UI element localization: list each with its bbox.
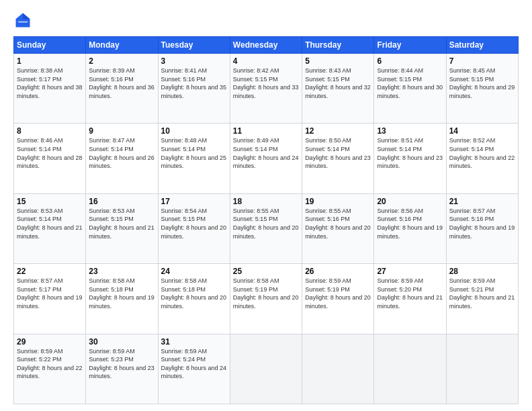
- cell-content: Sunrise: 8:58 AMSunset: 5:18 PMDaylight:…: [89, 277, 154, 310]
- calendar-cell: 16Sunrise: 8:53 AMSunset: 5:15 PMDayligh…: [86, 193, 158, 263]
- calendar-page: SundayMondayTuesdayWednesdayThursdayFrid…: [0, 0, 532, 411]
- calendar-cell: 12Sunrise: 8:50 AMSunset: 5:14 PMDayligh…: [302, 124, 374, 193]
- day-number: 14: [449, 126, 515, 136]
- calendar-cell: 24Sunrise: 8:58 AMSunset: 5:18 PMDayligh…: [158, 264, 230, 334]
- cell-content: Sunrise: 8:59 AMSunset: 5:23 PMDaylight:…: [89, 347, 154, 381]
- calendar-cell: 21Sunrise: 8:57 AMSunset: 5:16 PMDayligh…: [446, 193, 518, 263]
- cell-content: Sunrise: 8:53 AMSunset: 5:15 PMDaylight:…: [89, 207, 154, 240]
- cell-content: Sunrise: 8:57 AMSunset: 5:17 PMDaylight:…: [17, 277, 83, 310]
- day-number: 22: [17, 267, 83, 276]
- cell-content: Sunrise: 8:59 AMSunset: 5:21 PMDaylight:…: [449, 277, 515, 310]
- calendar-cell: 18Sunrise: 8:55 AMSunset: 5:15 PMDayligh…: [230, 193, 302, 263]
- calendar-cell: [230, 334, 302, 404]
- day-number: 3: [161, 56, 227, 66]
- calendar-cell: 11Sunrise: 8:49 AMSunset: 5:14 PMDayligh…: [230, 124, 302, 193]
- calendar-cell: 14Sunrise: 8:52 AMSunset: 5:14 PMDayligh…: [446, 124, 518, 193]
- cell-content: Sunrise: 8:57 AMSunset: 5:16 PMDaylight:…: [449, 207, 515, 240]
- cell-content: Sunrise: 8:54 AMSunset: 5:15 PMDaylight:…: [161, 207, 227, 240]
- day-number: 29: [17, 337, 83, 347]
- day-number: 9: [89, 126, 154, 136]
- calendar-cell: 29Sunrise: 8:59 AMSunset: 5:22 PMDayligh…: [14, 334, 86, 404]
- cell-content: Sunrise: 8:53 AMSunset: 5:14 PMDaylight:…: [17, 207, 83, 240]
- calendar-header-row: SundayMondayTuesdayWednesdayThursdayFrid…: [14, 37, 519, 54]
- day-number: 20: [377, 197, 443, 206]
- calendar-cell: 22Sunrise: 8:57 AMSunset: 5:17 PMDayligh…: [14, 264, 86, 334]
- calendar-cell: 31Sunrise: 8:59 AMSunset: 5:24 PMDayligh…: [158, 334, 230, 404]
- day-number: 24: [161, 267, 227, 276]
- calendar-cell: 4Sunrise: 8:42 AMSunset: 5:15 PMDaylight…: [230, 54, 302, 124]
- cell-content: Sunrise: 8:58 AMSunset: 5:18 PMDaylight:…: [161, 277, 227, 310]
- calendar-cell: 13Sunrise: 8:51 AMSunset: 5:14 PMDayligh…: [374, 124, 446, 193]
- cell-content: Sunrise: 8:59 AMSunset: 5:24 PMDaylight:…: [161, 347, 227, 381]
- calendar-cell: 2Sunrise: 8:39 AMSunset: 5:16 PMDaylight…: [86, 54, 158, 124]
- cell-content: Sunrise: 8:39 AMSunset: 5:16 PMDaylight:…: [89, 66, 154, 100]
- day-number: 8: [17, 126, 83, 136]
- calendar-cell: 6Sunrise: 8:44 AMSunset: 5:15 PMDaylight…: [374, 54, 446, 124]
- day-number: 25: [233, 267, 299, 276]
- day-number: 16: [89, 197, 154, 206]
- calendar-header-tuesday: Tuesday: [158, 37, 230, 54]
- svg-marker-1: [23, 13, 30, 19]
- day-number: 15: [17, 197, 83, 206]
- svg-rect-2: [18, 21, 28, 23]
- calendar-cell: 23Sunrise: 8:58 AMSunset: 5:18 PMDayligh…: [86, 264, 158, 334]
- calendar-cell: 19Sunrise: 8:55 AMSunset: 5:16 PMDayligh…: [302, 193, 374, 263]
- cell-content: Sunrise: 8:42 AMSunset: 5:15 PMDaylight:…: [233, 66, 299, 100]
- cell-content: Sunrise: 8:46 AMSunset: 5:14 PMDaylight:…: [17, 136, 83, 170]
- logo-icon: [13, 11, 32, 30]
- calendar-header-friday: Friday: [374, 37, 446, 54]
- calendar-cell: 28Sunrise: 8:59 AMSunset: 5:21 PMDayligh…: [446, 264, 518, 334]
- day-number: 17: [161, 197, 227, 206]
- cell-content: Sunrise: 8:55 AMSunset: 5:15 PMDaylight:…: [233, 207, 299, 240]
- calendar-week-row: 15Sunrise: 8:53 AMSunset: 5:14 PMDayligh…: [14, 193, 519, 263]
- cell-content: Sunrise: 8:51 AMSunset: 5:14 PMDaylight:…: [377, 136, 443, 170]
- day-number: 19: [305, 197, 371, 206]
- calendar-cell: 3Sunrise: 8:41 AMSunset: 5:16 PMDaylight…: [158, 54, 230, 124]
- calendar-cell: 30Sunrise: 8:59 AMSunset: 5:23 PMDayligh…: [86, 334, 158, 404]
- calendar-cell: [374, 334, 446, 404]
- calendar-week-row: 8Sunrise: 8:46 AMSunset: 5:14 PMDaylight…: [14, 124, 519, 193]
- calendar-week-row: 1Sunrise: 8:38 AMSunset: 5:17 PMDaylight…: [14, 54, 519, 124]
- cell-content: Sunrise: 8:49 AMSunset: 5:14 PMDaylight:…: [233, 136, 299, 170]
- calendar-cell: 1Sunrise: 8:38 AMSunset: 5:17 PMDaylight…: [14, 54, 86, 124]
- day-number: 7: [449, 56, 515, 66]
- day-number: 2: [89, 56, 154, 66]
- calendar-cell: [446, 334, 518, 404]
- calendar-header-thursday: Thursday: [302, 37, 374, 54]
- cell-content: Sunrise: 8:48 AMSunset: 5:14 PMDaylight:…: [161, 136, 227, 170]
- cell-content: Sunrise: 8:47 AMSunset: 5:14 PMDaylight:…: [89, 136, 154, 170]
- cell-content: Sunrise: 8:41 AMSunset: 5:16 PMDaylight:…: [161, 66, 227, 100]
- day-number: 6: [377, 56, 443, 66]
- calendar-cell: 10Sunrise: 8:48 AMSunset: 5:14 PMDayligh…: [158, 124, 230, 193]
- cell-content: Sunrise: 8:44 AMSunset: 5:15 PMDaylight:…: [377, 66, 443, 100]
- cell-content: Sunrise: 8:50 AMSunset: 5:14 PMDaylight:…: [305, 136, 371, 170]
- calendar-cell: 5Sunrise: 8:43 AMSunset: 5:15 PMDaylight…: [302, 54, 374, 124]
- cell-content: Sunrise: 8:43 AMSunset: 5:15 PMDaylight:…: [305, 66, 371, 100]
- calendar-header-wednesday: Wednesday: [230, 37, 302, 54]
- header: [13, 11, 519, 30]
- calendar-week-row: 22Sunrise: 8:57 AMSunset: 5:17 PMDayligh…: [14, 264, 519, 334]
- day-number: 12: [305, 126, 371, 136]
- calendar-cell: 9Sunrise: 8:47 AMSunset: 5:14 PMDaylight…: [86, 124, 158, 193]
- cell-content: Sunrise: 8:52 AMSunset: 5:14 PMDaylight:…: [449, 136, 515, 170]
- day-number: 27: [377, 267, 443, 276]
- day-number: 13: [377, 126, 443, 136]
- calendar-cell: [302, 334, 374, 404]
- calendar-cell: 25Sunrise: 8:58 AMSunset: 5:19 PMDayligh…: [230, 264, 302, 334]
- cell-content: Sunrise: 8:56 AMSunset: 5:16 PMDaylight:…: [377, 207, 443, 240]
- day-number: 31: [161, 337, 227, 347]
- day-number: 5: [305, 56, 371, 66]
- calendar-cell: 8Sunrise: 8:46 AMSunset: 5:14 PMDaylight…: [14, 124, 86, 193]
- calendar-header-saturday: Saturday: [446, 37, 518, 54]
- day-number: 23: [89, 267, 154, 276]
- calendar-cell: 7Sunrise: 8:45 AMSunset: 5:15 PMDaylight…: [446, 54, 518, 124]
- cell-content: Sunrise: 8:59 AMSunset: 5:20 PMDaylight:…: [377, 277, 443, 310]
- calendar-cell: 26Sunrise: 8:59 AMSunset: 5:19 PMDayligh…: [302, 264, 374, 334]
- cell-content: Sunrise: 8:59 AMSunset: 5:19 PMDaylight:…: [305, 277, 371, 310]
- calendar-cell: 20Sunrise: 8:56 AMSunset: 5:16 PMDayligh…: [374, 193, 446, 263]
- day-number: 26: [305, 267, 371, 276]
- calendar-table: SundayMondayTuesdayWednesdayThursdayFrid…: [13, 36, 519, 404]
- day-number: 10: [161, 126, 227, 136]
- calendar-cell: 17Sunrise: 8:54 AMSunset: 5:15 PMDayligh…: [158, 193, 230, 263]
- cell-content: Sunrise: 8:45 AMSunset: 5:15 PMDaylight:…: [449, 66, 515, 100]
